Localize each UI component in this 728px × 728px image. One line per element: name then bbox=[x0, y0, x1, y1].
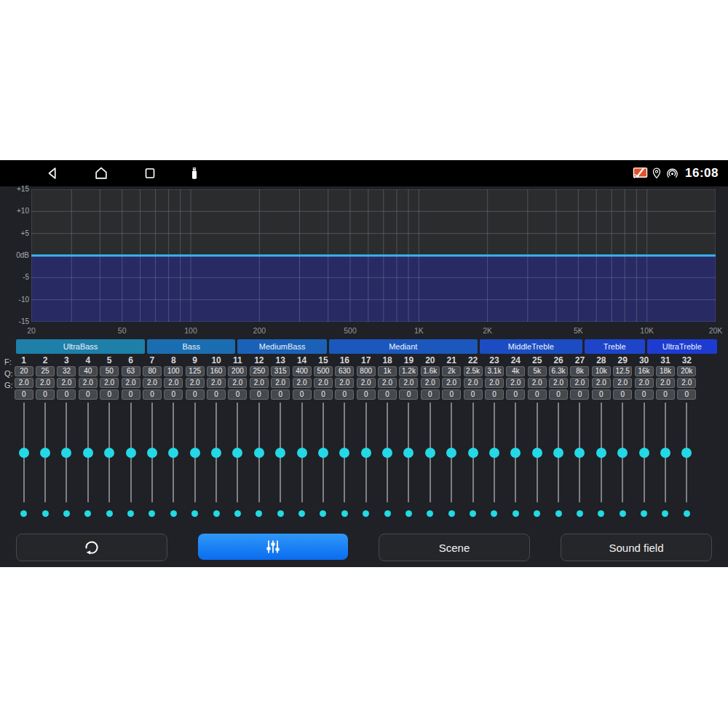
band-q-value[interactable]: 2.0 bbox=[357, 378, 376, 388]
gain-slider-track[interactable] bbox=[601, 403, 602, 502]
gain-slider-track[interactable] bbox=[665, 403, 666, 502]
band-freq-value[interactable]: 16k bbox=[635, 366, 654, 376]
band-freq-value[interactable]: 40 bbox=[79, 366, 98, 376]
back-icon[interactable] bbox=[45, 165, 61, 181]
scene-button[interactable]: Scene bbox=[379, 534, 530, 561]
band-q-value[interactable]: 2.0 bbox=[57, 378, 76, 388]
band-gain-value[interactable]: 0 bbox=[100, 389, 119, 400]
gain-slider-track[interactable] bbox=[537, 403, 538, 502]
band-select-dot[interactable] bbox=[620, 510, 626, 517]
band-select-dot[interactable] bbox=[234, 510, 241, 517]
gain-slider-knob[interactable] bbox=[425, 448, 435, 458]
gain-slider-knob[interactable] bbox=[147, 448, 157, 458]
band-gain-value[interactable]: 0 bbox=[79, 389, 98, 400]
band-select-dot[interactable] bbox=[298, 510, 305, 517]
band-select-dot[interactable] bbox=[84, 510, 91, 517]
gain-slider-track[interactable] bbox=[644, 403, 645, 502]
gain-slider-track[interactable] bbox=[323, 403, 324, 502]
band-gain-value[interactable]: 0 bbox=[357, 389, 376, 400]
band-gain-value[interactable]: 0 bbox=[464, 389, 483, 400]
band-freq-value[interactable]: 80 bbox=[143, 366, 162, 376]
gain-slider-track[interactable] bbox=[44, 403, 46, 502]
band-q-value[interactable]: 2.0 bbox=[570, 378, 589, 388]
gain-slider-track[interactable] bbox=[173, 403, 174, 502]
home-icon[interactable] bbox=[93, 165, 109, 181]
band-select-dot[interactable] bbox=[641, 510, 647, 517]
band-q-value[interactable]: 2.0 bbox=[186, 378, 205, 388]
band-gain-value[interactable]: 0 bbox=[506, 389, 525, 400]
band-select-dot[interactable] bbox=[662, 510, 668, 517]
gain-slider-knob[interactable] bbox=[510, 448, 521, 458]
band-select-dot[interactable] bbox=[341, 510, 348, 517]
gain-slider-knob[interactable] bbox=[275, 448, 285, 458]
gain-slider-knob[interactable] bbox=[232, 448, 242, 458]
band-freq-value[interactable]: 200 bbox=[228, 366, 247, 376]
band-q-value[interactable]: 2.0 bbox=[613, 378, 632, 388]
band-group-mediumbass[interactable]: MediumBass bbox=[237, 339, 326, 354]
band-select-dot[interactable] bbox=[363, 510, 369, 517]
band-select-dot[interactable] bbox=[427, 510, 433, 517]
gain-slider-knob[interactable] bbox=[40, 448, 50, 458]
band-select-dot[interactable] bbox=[448, 510, 455, 517]
gain-slider-knob[interactable] bbox=[61, 448, 71, 458]
gain-slider-track[interactable] bbox=[130, 403, 132, 502]
band-freq-value[interactable]: 125 bbox=[186, 366, 205, 376]
band-q-value[interactable]: 2.0 bbox=[592, 378, 611, 388]
band-gain-value[interactable]: 0 bbox=[677, 389, 696, 400]
band-group-ultratreble[interactable]: UltraTreble bbox=[647, 339, 717, 354]
gain-slider-track[interactable] bbox=[108, 403, 110, 502]
gain-slider-knob[interactable] bbox=[617, 448, 628, 458]
band-q-value[interactable]: 2.0 bbox=[506, 378, 525, 388]
band-gain-value[interactable]: 0 bbox=[378, 389, 397, 400]
gain-slider-knob[interactable] bbox=[339, 448, 349, 458]
band-gain-value[interactable]: 0 bbox=[36, 389, 55, 400]
band-select-dot[interactable] bbox=[170, 510, 177, 517]
gain-slider-knob[interactable] bbox=[532, 448, 542, 458]
gain-slider-knob[interactable] bbox=[19, 448, 29, 458]
gain-slider-track[interactable] bbox=[280, 403, 281, 502]
band-gain-value[interactable]: 0 bbox=[122, 389, 141, 400]
band-select-dot[interactable] bbox=[491, 510, 497, 517]
band-select-dot[interactable] bbox=[63, 510, 70, 517]
band-gain-value[interactable]: 0 bbox=[656, 389, 675, 400]
band-gain-value[interactable]: 0 bbox=[570, 389, 589, 400]
band-gain-value[interactable]: 0 bbox=[207, 389, 226, 400]
band-select-dot[interactable] bbox=[42, 510, 49, 517]
band-gain-value[interactable]: 0 bbox=[314, 389, 333, 400]
band-q-value[interactable]: 2.0 bbox=[677, 378, 696, 388]
gain-slider-track[interactable] bbox=[622, 403, 623, 502]
gain-slider-track[interactable] bbox=[408, 403, 409, 502]
band-freq-value[interactable]: 18k bbox=[656, 366, 675, 376]
gain-slider-track[interactable] bbox=[558, 403, 559, 502]
band-freq-value[interactable]: 160 bbox=[207, 366, 226, 376]
gain-slider-knob[interactable] bbox=[639, 448, 649, 458]
band-freq-value[interactable]: 63 bbox=[122, 366, 141, 376]
gain-slider-track[interactable] bbox=[237, 403, 238, 502]
gain-slider-knob[interactable] bbox=[382, 448, 392, 458]
gain-slider-track[interactable] bbox=[344, 403, 345, 502]
gain-slider-knob[interactable] bbox=[489, 448, 499, 458]
band-gain-value[interactable]: 0 bbox=[15, 389, 33, 400]
band-select-dot[interactable] bbox=[598, 510, 604, 517]
band-freq-value[interactable]: 8k bbox=[570, 366, 589, 376]
gain-slider-knob[interactable] bbox=[318, 448, 328, 458]
band-select-dot[interactable] bbox=[405, 510, 412, 517]
band-freq-value[interactable]: 100 bbox=[164, 366, 183, 376]
band-select-dot[interactable] bbox=[149, 510, 155, 517]
band-freq-value[interactable]: 500 bbox=[314, 366, 333, 376]
gain-slider-track[interactable] bbox=[365, 403, 367, 502]
gain-slider-knob[interactable] bbox=[104, 448, 114, 458]
band-select-dot[interactable] bbox=[513, 510, 519, 517]
band-gain-value[interactable]: 0 bbox=[528, 389, 547, 400]
band-q-value[interactable]: 2.0 bbox=[250, 378, 269, 388]
band-q-value[interactable]: 2.0 bbox=[635, 378, 654, 388]
band-select-dot[interactable] bbox=[191, 510, 198, 517]
band-freq-value[interactable]: 630 bbox=[335, 366, 354, 376]
gain-slider-knob[interactable] bbox=[83, 448, 93, 458]
band-freq-value[interactable]: 315 bbox=[271, 366, 290, 376]
band-q-value[interactable]: 2.0 bbox=[36, 378, 55, 388]
band-select-dot[interactable] bbox=[20, 510, 27, 517]
band-q-value[interactable]: 2.0 bbox=[549, 378, 568, 388]
band-q-value[interactable]: 2.0 bbox=[143, 378, 162, 388]
band-q-value[interactable]: 2.0 bbox=[207, 378, 226, 388]
